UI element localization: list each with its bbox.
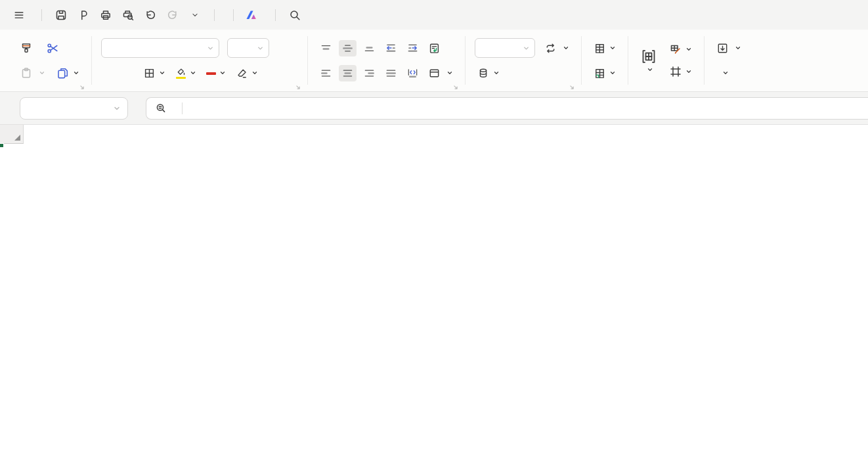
group-expander-icon[interactable] [569,84,575,91]
redo-icon [166,9,179,22]
wrap-text-button[interactable] [425,40,446,56]
quick-toolbar-more-button[interactable] [186,6,204,24]
align-right-icon [363,67,376,79]
menubar [0,0,868,30]
scissors-icon [46,41,60,55]
formula-bar [0,92,868,125]
search-button[interactable] [286,6,304,24]
justify-button[interactable] [382,65,400,81]
thousands-format-button[interactable] [519,71,525,75]
hamburger-icon [13,9,25,21]
increase-indent-button[interactable] [404,40,422,56]
align-top-button[interactable] [317,40,335,56]
print-preview-button[interactable] [119,6,137,24]
shrink-font-button[interactable] [290,46,298,51]
group-expander-icon[interactable] [79,84,85,91]
align-right-button[interactable] [360,65,378,81]
number-format-select[interactable] [475,38,535,58]
search-icon [288,9,301,22]
name-box[interactable] [20,97,128,120]
separator [91,36,92,85]
table-frame-icon [669,65,682,78]
export-pdf-button[interactable] [74,6,93,24]
decrease-decimal-button[interactable] [542,71,547,75]
separator [581,36,582,85]
text-spacing-button[interactable] [404,65,422,81]
print-button[interactable] [97,6,115,24]
conditional-format-button[interactable] [638,46,660,75]
font-color-button[interactable] [204,68,228,78]
cell-style-button[interactable] [666,41,695,58]
align-left-icon [320,67,332,79]
group-expander-icon[interactable] [452,84,459,91]
decrease-indent-button[interactable] [382,40,400,56]
chevron-down-icon [722,70,729,76]
sum-button[interactable] [714,68,731,78]
justify-icon [385,67,397,79]
font-size-select[interactable] [227,38,269,58]
group-expander-icon[interactable] [295,84,301,91]
italic-button[interactable] [111,71,116,75]
select-all-button[interactable] [0,125,24,144]
format-painter-icon [20,41,33,55]
chevron-down-icon [257,45,264,52]
highlight-bucket-icon [175,67,186,76]
wps-ai-logo-icon [244,9,260,22]
save-button[interactable] [52,6,70,24]
worksheet-icon [594,67,606,79]
eraser-icon [236,67,248,79]
clear-format-button[interactable] [233,65,261,81]
spreadsheet-grid [0,125,868,471]
alignment-group [312,30,461,91]
file-menu-button[interactable] [9,7,33,24]
number-group [469,30,577,91]
align-middle-button[interactable] [339,40,357,56]
wps-spreadsheet-window [0,0,868,471]
copy-button[interactable] [53,64,82,82]
align-bottom-button[interactable] [360,40,378,56]
formula-search-icon [154,102,167,115]
fill-handle[interactable] [0,143,4,148]
rows-columns-button[interactable] [591,40,618,56]
increase-decimal-button[interactable] [531,71,536,75]
chevron-down-icon [190,70,196,76]
column-header-row [0,125,868,144]
highlight-color-button[interactable] [173,65,199,81]
redo-button[interactable] [163,6,182,24]
fill-button[interactable] [714,40,744,56]
chevron-down-icon [446,70,453,76]
merge-cells-button[interactable] [425,65,456,81]
cell-style-icon [669,43,682,56]
decrease-indent-icon [385,42,397,55]
align-top-icon [320,42,332,55]
chevron-down-icon [190,11,200,20]
paste-button[interactable] [17,64,48,81]
table-style-button[interactable] [666,63,695,80]
separator [307,36,308,85]
percent-format-button[interactable] [508,71,513,75]
format-painter-button[interactable] [17,39,38,56]
worksheet-button[interactable] [591,65,618,81]
merge-cells-icon [428,67,441,79]
undo-button[interactable] [141,6,160,24]
borders-button[interactable] [141,65,168,81]
cut-button[interactable] [43,39,62,57]
separator [182,102,183,114]
font-name-select[interactable] [101,38,219,58]
wps-ai-button[interactable] [242,7,267,23]
selection-overlay [0,144,3,146]
bold-button[interactable] [101,71,106,75]
convert-button[interactable] [542,40,572,56]
underline-button[interactable] [121,71,126,75]
font-group [96,30,303,91]
highlight-color-swatch [176,77,186,79]
grow-font-button[interactable] [277,46,285,51]
currency-format-button[interactable] [475,65,502,81]
chevron-down-icon [685,68,692,75]
strikethrough-button[interactable] [131,71,136,75]
chevron-down-icon [73,70,79,76]
formula-input[interactable] [146,97,868,120]
align-left-button[interactable] [317,65,335,81]
separator [41,9,42,21]
align-center-button[interactable] [339,65,357,81]
